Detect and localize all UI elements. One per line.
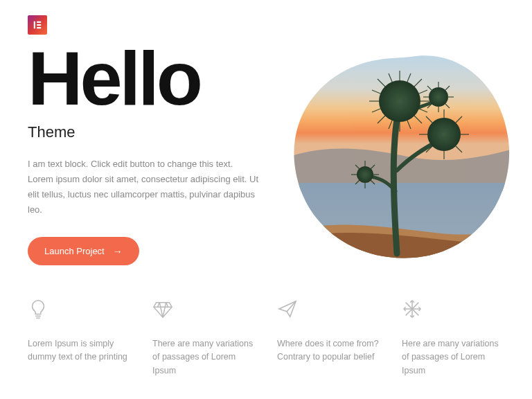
arrow-right-icon: →: [113, 247, 123, 256]
feature-text: Here are many variations of passages of …: [402, 337, 504, 378]
svg-point-8: [429, 87, 448, 107]
svg-point-7: [427, 118, 461, 151]
svg-rect-3: [37, 27, 41, 28]
launch-project-button[interactable]: Launch Project →: [28, 237, 139, 265]
elementor-logo-icon: [28, 15, 47, 35]
feature-text: There are many variations of passages of…: [152, 337, 255, 378]
hero-title: Hello: [28, 40, 260, 116]
lightbulb-icon: [28, 299, 130, 325]
feature-item: Here are many variations of passages of …: [402, 299, 504, 378]
diamond-icon: [152, 299, 255, 325]
feature-item: Where does it come from? Contrary to pop…: [277, 299, 380, 378]
feature-text: Lorem Ipsum is simply dummy text of the …: [28, 337, 130, 364]
svg-rect-2: [37, 24, 41, 26]
feature-row: Lorem Ipsum is simply dummy text of the …: [28, 299, 504, 378]
paperplane-icon: [277, 299, 380, 325]
svg-rect-1: [37, 21, 41, 23]
feature-item: There are many variations of passages of…: [152, 299, 255, 378]
feature-item: Lorem Ipsum is simply dummy text of the …: [28, 299, 130, 378]
feature-text: Where does it come from? Contrary to pop…: [277, 337, 380, 364]
hero-subtitle: Theme: [28, 123, 260, 141]
cta-label: Launch Project: [44, 246, 105, 256]
snowflake-icon: [402, 299, 504, 325]
svg-rect-0: [34, 21, 35, 29]
hero-body: I am text block. Click edit button to ch…: [28, 157, 260, 218]
hero-image: [290, 53, 511, 260]
